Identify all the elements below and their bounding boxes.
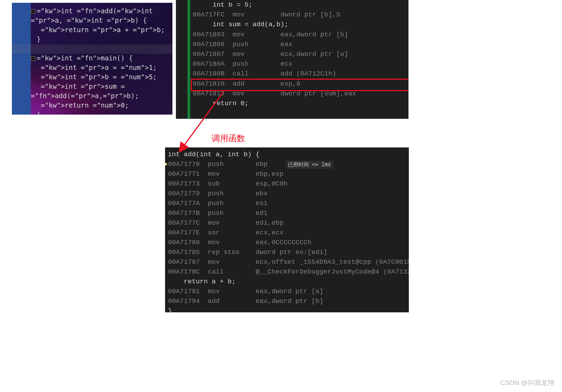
disasm-line[interactable]: 00A71806 push eax bbox=[193, 39, 408, 49]
disasm-line[interactable]: 00A71779 push ebx bbox=[168, 189, 409, 198]
source-line[interactable]: ="kw">int ="pr">a = ="num">1; bbox=[31, 63, 172, 72]
disasm-line[interactable]: 00A71780 mov eax,0CCCCCCCCh bbox=[168, 238, 409, 247]
ip-arrow-icon bbox=[165, 162, 168, 166]
disasm-line[interactable]: 00A71803 mov eax,dword ptr [b] bbox=[193, 30, 408, 39]
disasm-line[interactable]: 00A7177B push edi bbox=[168, 208, 409, 218]
disassembly-panel-function[interactable]: int add(int a, int b) {00A71770 push ebp… bbox=[165, 147, 409, 312]
disasm-line[interactable]: 00A71787 mov ecx,offset _1554D9A3_test@c… bbox=[168, 257, 409, 267]
disasm-line[interactable]: 00A71807 mov ecx,dword ptr [a] bbox=[193, 49, 408, 59]
fold-icon[interactable]: − bbox=[31, 56, 35, 61]
disasm-line[interactable]: 00A7177A push esi bbox=[168, 198, 409, 208]
fold-icon[interactable]: − bbox=[31, 9, 35, 14]
disassembly-code-function[interactable]: int add(int a, int b) {00A71770 push ebp… bbox=[165, 147, 409, 312]
disasm-line[interactable]: 00A7180B call add (0A712C1h) bbox=[193, 69, 408, 79]
source-line[interactable]: ="kw">int ="pr">b = ="num">5; bbox=[31, 72, 172, 82]
disasm-line[interactable]: 00A717FC mov dword ptr [b],5 bbox=[193, 10, 408, 20]
disasm-line[interactable]: 00A71785 rep stos dword ptr es:[edi] bbox=[168, 247, 409, 257]
disasm-line[interactable]: 00A71773 sub esp,0C0h bbox=[168, 179, 409, 189]
annotation-label: 调用函数 bbox=[212, 133, 245, 144]
disasm-line[interactable]: 00A71813 mov dword ptr [sum],eax bbox=[193, 89, 408, 99]
source-line[interactable]: −="kw">int ="fn">main() { bbox=[31, 53, 172, 63]
watermark: CSDN @叫我龙翔 bbox=[500, 378, 554, 387]
margin bbox=[176, 0, 187, 119]
disasm-source-line: int b = 5; bbox=[193, 0, 408, 10]
disasm-line[interactable]: 00A71794 add eax,dword ptr [b] bbox=[168, 296, 409, 306]
timing-tooltip: 已用时间 <= 1ms bbox=[286, 161, 333, 169]
disasm-source-line: int sum = add(a,b); bbox=[193, 20, 408, 29]
source-code[interactable]: −="kw">int ="fn">add(="kw">int ="pr">a, … bbox=[12, 3, 172, 115]
disasm-line[interactable]: 00A7177C mov edi,ebp bbox=[168, 218, 409, 228]
source-line[interactable]: } bbox=[31, 35, 172, 44]
disassembly-code-main[interactable]: int b = 5;00A717FC mov dword ptr [b],5 i… bbox=[176, 0, 408, 108]
source-line[interactable]: } bbox=[31, 110, 172, 115]
disasm-line[interactable]: 00A71810 add esp,8 bbox=[193, 79, 408, 89]
disasm-line[interactable]: 00A71791 mov eax,dword ptr [a] bbox=[168, 286, 409, 296]
change-bar bbox=[187, 0, 190, 119]
disassembly-panel-main[interactable]: int b = 5;00A717FC mov dword ptr [b],5 i… bbox=[176, 0, 408, 119]
disasm-footer: } bbox=[168, 306, 409, 312]
disasm-header: int add(int a, int b) { bbox=[168, 150, 409, 159]
disasm-source-line: return a + b; bbox=[168, 277, 409, 286]
disasm-line[interactable]: 00A7178C call @__CheckForDebuggerJustMyC… bbox=[168, 267, 409, 277]
disasm-line[interactable]: 00A7177E xor ecx,ecx bbox=[168, 228, 409, 238]
disasm-line[interactable]: 00A71771 mov ebp,esp bbox=[168, 169, 409, 179]
disasm-line[interactable]: 00A7180A push ecx bbox=[193, 59, 408, 69]
disasm-source-line: return 0; bbox=[193, 99, 408, 108]
source-line[interactable]: ="kw">return ="num">0; bbox=[31, 101, 172, 110]
source-line[interactable] bbox=[31, 44, 172, 53]
source-line[interactable]: ="kw">int ="pr">sum = ="fn">add(="pr">a,… bbox=[31, 82, 172, 101]
source-line[interactable]: −="kw">int ="fn">add(="kw">int ="pr">a, … bbox=[31, 6, 172, 25]
source-code-panel[interactable]: −="kw">int ="fn">add(="kw">int ="pr">a, … bbox=[12, 3, 172, 115]
source-line[interactable]: ="kw">return ="pr">a + ="pr">b; bbox=[31, 25, 172, 35]
